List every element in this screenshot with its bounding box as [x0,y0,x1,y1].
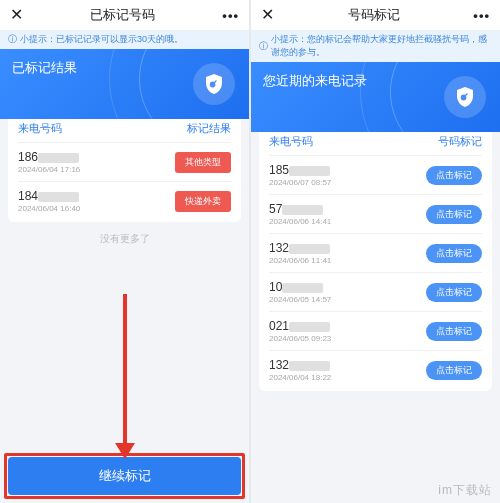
phone-number: 021x [269,319,331,333]
page-title: 已标记号码 [90,6,155,24]
timestamp: 2024/06/04 16:40 [18,204,80,213]
nav-bar: ✕ 已标记号码 ••• [0,0,249,30]
hero-banner: 已标记结果 [0,49,249,119]
tip-text: 小提示：已标记记录可以显示30天的哦。 [20,33,183,46]
card-header: 来电号码 号码标记 [269,130,482,155]
mark-button[interactable]: 点击标记 [426,166,482,185]
more-icon[interactable]: ••• [222,8,239,23]
mark-button[interactable]: 点击标记 [426,322,482,341]
screen-left: ✕ 已标记号码 ••• ⓘ 小提示：已标记记录可以显示30天的哦。 已标记结果 … [0,0,249,503]
col-result: 标记结果 [187,121,231,136]
col-number: 来电号码 [269,134,313,149]
table-row: 021x 2024/06/05 09:23 点击标记 [269,311,482,350]
screen-right: ✕ 号码标记 ••• ⓘ 小提示：您的标记会帮助大家更好地拦截骚扰号码，感谢您的… [251,0,500,503]
tip-text: 小提示：您的标记会帮助大家更好地拦截骚扰号码，感谢您的参与。 [271,33,492,59]
phone-number: 185x [269,163,331,177]
info-icon: ⓘ [259,40,268,53]
tag-badge: 快递外卖 [175,191,231,212]
timestamp: 2024/06/06 14:41 [269,217,331,226]
mark-button[interactable]: 点击标记 [426,283,482,302]
tip-banner: ⓘ 小提示：已标记记录可以显示30天的哦。 [0,30,249,49]
page-title: 号码标记 [348,6,400,24]
table-row: 185x 2024/06/07 08:57 点击标记 [269,155,482,194]
timestamp: 2024/06/04 17:16 [18,165,80,174]
phone-number: 57x [269,202,331,216]
result-card: 来电号码 标记结果 186x 2024/06/04 17:16 其他类型 184… [8,111,241,222]
mark-button[interactable]: 点击标记 [426,361,482,380]
table-row: 186x 2024/06/04 17:16 其他类型 [18,142,231,181]
table-row: 132x 2024/06/04 18:22 点击标记 [269,350,482,389]
table-row: 10x 2024/06/05 14:57 点击标记 [269,272,482,311]
table-row: 132x 2024/06/06 11:41 点击标记 [269,233,482,272]
info-icon: ⓘ [8,33,17,46]
phone-number: 132x [269,358,331,372]
timestamp: 2024/06/05 09:23 [269,334,331,343]
col-number: 来电号码 [18,121,62,136]
nav-bar: ✕ 号码标记 ••• [251,0,500,30]
annotation-arrow [115,294,135,459]
col-mark: 号码标记 [438,134,482,149]
phone-number: 184x [18,189,80,203]
mark-button[interactable]: 点击标记 [426,205,482,224]
close-icon[interactable]: ✕ [10,7,23,23]
continue-button[interactable]: 继续标记 [8,457,241,495]
timestamp: 2024/06/06 11:41 [269,256,331,265]
timestamp: 2024/06/07 08:57 [269,178,331,187]
timestamp: 2024/06/05 14:57 [269,295,331,304]
mark-button[interactable]: 点击标记 [426,244,482,263]
shield-icon [444,76,486,118]
hero-banner: 您近期的来电记录 [251,62,500,132]
no-more-text: 没有更多了 [0,222,249,256]
footer: 继续标记 [0,449,249,503]
tag-badge: 其他类型 [175,152,231,173]
phone-number: 186x [18,150,80,164]
table-row: 57x 2024/06/06 14:41 点击标记 [269,194,482,233]
more-icon[interactable]: ••• [473,8,490,23]
table-row: 184x 2024/06/04 16:40 快递外卖 [18,181,231,220]
call-log-card: 来电号码 号码标记 185x 2024/06/07 08:57 点击标记 57x… [259,124,492,391]
close-icon[interactable]: ✕ [261,7,274,23]
phone-number: 132x [269,241,331,255]
phone-number: 10x [269,280,331,294]
tip-banner: ⓘ 小提示：您的标记会帮助大家更好地拦截骚扰号码，感谢您的参与。 [251,30,500,62]
timestamp: 2024/06/04 18:22 [269,373,331,382]
shield-icon [193,63,235,105]
card-header: 来电号码 标记结果 [18,117,231,142]
